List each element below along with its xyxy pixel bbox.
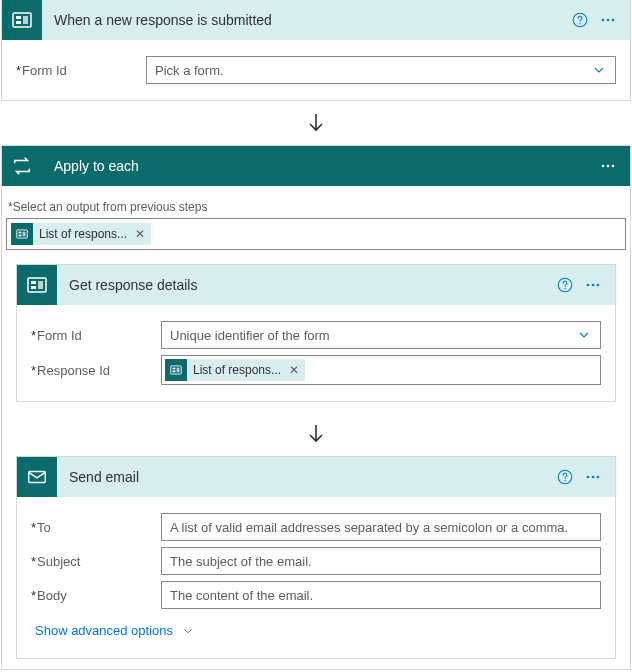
more-menu-icon[interactable] (596, 8, 620, 32)
token-chip[interactable]: List of respons... ✕ (165, 359, 305, 381)
chevron-down-icon (591, 62, 607, 78)
forms-icon (17, 265, 57, 305)
more-menu-icon[interactable] (581, 465, 605, 489)
arrow-connector (2, 412, 630, 456)
response-id-label: *Response Id (31, 363, 161, 378)
send-email-card: Send email *To A list of valid email add… (16, 456, 616, 659)
trigger-card: When a new response is submitted *Form I… (1, 0, 631, 101)
subject-label: *Subject (31, 554, 161, 569)
loop-icon (2, 146, 42, 186)
foreach-card: Apply to each *Select an output from pre… (1, 145, 631, 670)
trigger-title: When a new response is submitted (42, 12, 564, 28)
to-label: *To (31, 520, 161, 535)
trigger-header[interactable]: When a new response is submitted (2, 0, 630, 40)
form-id-label: *Form Id (16, 63, 146, 78)
to-input[interactable]: A list of valid email addresses separate… (161, 513, 601, 541)
response-id-input[interactable]: List of respons... ✕ (161, 355, 601, 385)
get-response-header[interactable]: Get response details (17, 265, 615, 305)
get-response-card: Get response details *Form Id Unique ide… (16, 264, 616, 402)
chevron-down-icon (576, 327, 592, 343)
remove-token-icon[interactable]: ✕ (135, 227, 145, 241)
help-icon[interactable] (553, 465, 577, 489)
foreach-hint-label: *Select an output from previous steps (8, 200, 630, 214)
more-menu-icon[interactable] (581, 273, 605, 297)
foreach-title: Apply to each (42, 158, 592, 174)
form-id-label: *Form Id (31, 328, 161, 343)
help-icon[interactable] (553, 273, 577, 297)
mail-icon (17, 457, 57, 497)
foreach-input[interactable]: List of respons... ✕ (6, 218, 626, 250)
form-id-select[interactable]: Unique identifier of the form (161, 321, 601, 349)
body-input[interactable]: The content of the email. (161, 581, 601, 609)
get-response-title: Get response details (57, 277, 549, 293)
remove-token-icon[interactable]: ✕ (289, 363, 299, 377)
forms-icon (165, 359, 187, 381)
send-email-header[interactable]: Send email (17, 457, 615, 497)
token-label: List of respons... (39, 227, 127, 241)
forms-icon (2, 0, 42, 40)
token-chip[interactable]: List of respons... ✕ (11, 223, 151, 245)
foreach-header[interactable]: Apply to each (2, 146, 630, 186)
show-advanced-options[interactable]: Show advanced options (31, 615, 199, 648)
send-email-title: Send email (57, 469, 549, 485)
help-icon[interactable] (568, 8, 592, 32)
form-id-select[interactable]: Pick a form. (146, 56, 616, 84)
subject-input[interactable]: The subject of the email. (161, 547, 601, 575)
body-label: *Body (31, 588, 161, 603)
token-label: List of respons... (193, 363, 281, 377)
arrow-connector (0, 101, 632, 145)
forms-icon (11, 223, 33, 245)
more-menu-icon[interactable] (596, 154, 620, 178)
